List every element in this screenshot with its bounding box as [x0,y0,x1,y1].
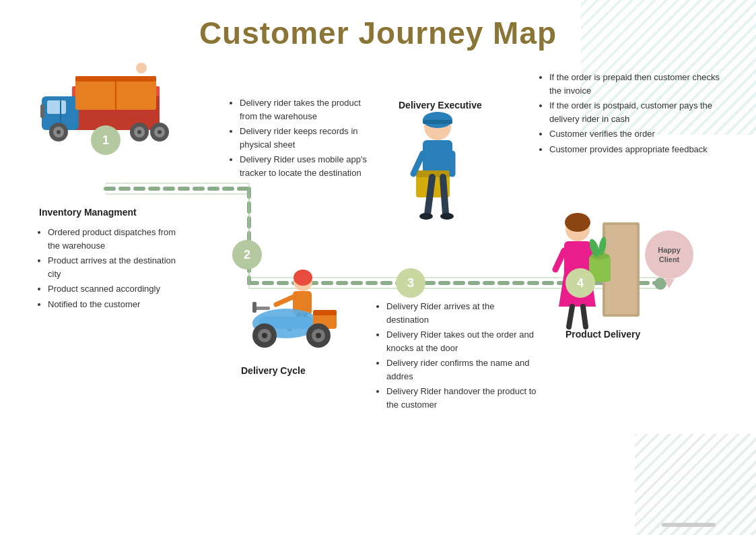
scooter-illustration [239,256,353,357]
svg-point-10 [137,130,141,134]
svg-line-64 [583,307,586,327]
delivery-exec-label: Delivery Executive [399,100,482,111]
happy-client-bubble: HappyClient [645,230,693,288]
step3-item-3: Delivery rider confirms the name and add… [386,356,537,383]
step3-list: Delivery Rider arrives at the destinatio… [376,300,537,411]
product-delivery-list: If the order is prepaid then customer ch… [539,71,734,156]
dc-item-2: Delivery rider keeps records in physical… [240,125,377,151]
delivery-cycle-label: Delivery Cycle [241,365,306,376]
step-4-circle: 4 [565,268,595,298]
pd-item-3: Customer verifies the order [549,127,734,141]
happy-client-pin [664,279,675,288]
svg-point-48 [419,213,433,220]
svg-rect-39 [423,120,452,124]
scrollbar-indicator[interactable] [662,523,716,527]
delivery-exec-illustration [397,110,478,218]
svg-point-33 [262,333,267,338]
step-2-circle: 2 [232,240,262,270]
inventory-list: Ordered product dispatches from the ware… [37,226,178,311]
svg-rect-29 [255,307,270,310]
step3-item-1: Delivery Rider arrives at the destinatio… [386,300,537,326]
svg-point-13 [158,130,162,134]
svg-line-63 [569,307,572,327]
svg-line-57 [555,251,564,270]
svg-line-46 [427,177,432,214]
product-delivery-label: Product Delivery [565,329,640,340]
pd-item-1: If the order is prepaid then customer ch… [549,71,734,97]
step-3-circle: 3 [396,268,425,298]
svg-rect-30 [252,302,256,313]
inventory-item-3: Product scanned accordingly [48,282,178,296]
step3-item-4: Delivery Rider handover the product to t… [386,385,537,411]
svg-rect-3 [47,100,66,114]
dc-item-1: Delivery rider takes the product from th… [240,96,377,123]
svg-point-54 [565,213,590,232]
product-delivery-illustration [552,209,640,323]
svg-line-47 [443,177,446,214]
inventory-item-2: Product arrives at the destination city [48,254,178,280]
step-1-circle: 1 [91,125,121,155]
svg-line-22 [276,296,294,305]
svg-point-49 [440,213,454,220]
pd-item-2: If the order is postpaid, customer pays … [549,99,734,125]
svg-point-36 [316,333,321,338]
delivery-cycle-list: Delivery rider takes the product from th… [229,96,377,179]
svg-rect-28 [313,310,337,315]
step3-item-2: Delivery Rider takes out the order and k… [386,328,537,354]
svg-point-20 [294,270,312,286]
inventory-section-label: Inventory Managment [39,207,137,218]
inventory-item-4: Notified to the customer [48,298,178,311]
delivery-cycle-text-block: Delivery rider takes the product from th… [229,96,377,181]
step3-text-block: Delivery Rider arrives at the destinatio… [376,300,537,413]
svg-rect-18 [40,104,44,118]
svg-point-17 [136,63,147,73]
dc-item-3: Delivery Rider uses mobile app's tracker… [240,153,377,179]
inventory-item-1: Ordered product dispatches from the ware… [48,226,178,252]
product-delivery-text-block: If the order is prepaid then customer ch… [539,71,734,158]
happy-client-label: HappyClient [658,245,681,265]
svg-point-7 [57,130,61,134]
inventory-text-block: Ordered product dispatches from the ware… [37,226,178,313]
pd-item-4: Customer provides appropriate feedback [549,143,734,156]
